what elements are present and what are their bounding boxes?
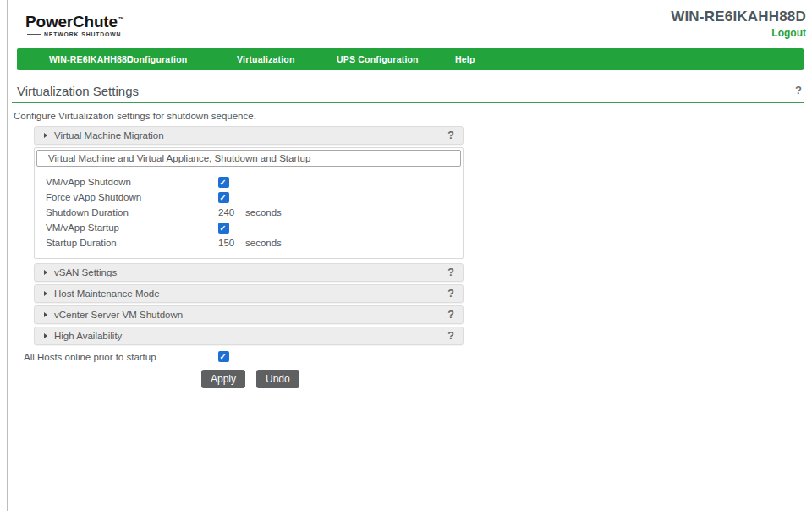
accordion-label: Virtual Machine Migration <box>54 130 164 140</box>
all-hosts-label: All Hosts online prior to startup <box>24 352 218 362</box>
all-hosts-row: All Hosts online prior to startup <box>24 351 804 362</box>
settings-panels: Virtual Machine Migration ? Virtual Mach… <box>34 126 464 345</box>
panel-rows: VM/vApp Shutdown Force vApp Shutdown Shu… <box>35 168 463 258</box>
vm-shutdown-startup-panel: Virtual Machine and Virtual Appliance, S… <box>34 147 464 259</box>
hostname-label: WIN-RE6IKAHH88D <box>671 8 806 25</box>
setting-row-vm-vapp-startup: VM/vApp Startup <box>46 220 452 235</box>
startup-duration-value[interactable]: 150 <box>218 238 237 248</box>
brand-name-text: PowerChute <box>25 13 118 30</box>
nav-item-hostname[interactable]: WIN-RE6IKAHH88D <box>49 48 134 70</box>
expand-arrow-icon <box>44 133 47 138</box>
force-vapp-shutdown-checkbox[interactable] <box>218 192 229 203</box>
title-divider <box>12 102 804 103</box>
main-nav-bar: WIN-RE6IKAHH88D Configuration Virtualiza… <box>17 48 804 70</box>
accordion-vsan-settings[interactable]: vSAN Settings ? <box>34 263 464 282</box>
setting-label: VM/vApp Shutdown <box>46 177 218 187</box>
setting-label: Shutdown Duration <box>46 207 218 217</box>
expand-arrow-icon <box>44 291 47 296</box>
startup-duration-unit: seconds <box>245 238 282 248</box>
accordion-host-maintenance-mode[interactable]: Host Maintenance Mode ? <box>34 284 464 303</box>
help-icon[interactable]: ? <box>447 288 454 299</box>
logout-link[interactable]: Logout <box>771 27 806 40</box>
help-icon[interactable]: ? <box>447 266 454 278</box>
undo-button[interactable]: Undo <box>256 370 299 388</box>
page-description: Configure Virtualization settings for sh… <box>14 111 804 121</box>
setting-row-startup-duration: Startup Duration 150 seconds <box>46 235 452 250</box>
tagline-dash <box>27 34 41 35</box>
help-icon[interactable]: ? <box>447 309 454 321</box>
page-help-icon[interactable]: ? <box>795 84 804 96</box>
vm-vapp-shutdown-checkbox[interactable] <box>218 177 229 188</box>
setting-row-shutdown-duration: Shutdown Duration 240 seconds <box>46 205 452 220</box>
setting-label: Force vApp Shutdown <box>46 192 218 202</box>
powerchute-logo: PowerChute™ NETWORK SHUTDOWN <box>25 11 124 37</box>
shutdown-duration-value[interactable]: 240 <box>218 207 237 217</box>
accordion-label: vCenter Server VM Shutdown <box>54 310 183 320</box>
powerchute-app-window: PowerChute™ NETWORK SHUTDOWN WIN-RE6IKAH… <box>0 0 812 511</box>
nav-item-virtualization[interactable]: Virtualization <box>237 48 295 70</box>
panel-header: Virtual Machine and Virtual Appliance, S… <box>36 150 461 167</box>
all-hosts-checkbox[interactable] <box>218 351 229 362</box>
accordion-vcenter-server-vm-shutdown[interactable]: vCenter Server VM Shutdown ? <box>34 305 464 324</box>
help-icon[interactable]: ? <box>447 330 454 342</box>
tagline-text: NETWORK SHUTDOWN <box>44 31 121 37</box>
nav-item-help[interactable]: Help <box>455 48 475 70</box>
vm-vapp-startup-checkbox[interactable] <box>218 223 229 234</box>
page-content: Virtualization Settings ? Configure Virt… <box>17 84 804 388</box>
nav-item-configuration[interactable]: Configuration <box>127 48 187 70</box>
expand-arrow-icon <box>44 270 47 275</box>
help-icon[interactable]: ? <box>447 129 454 141</box>
nav-item-ups-configuration[interactable]: UPS Configuration <box>337 48 419 70</box>
setting-row-vm-vapp-shutdown: VM/vApp Shutdown <box>46 174 452 190</box>
apply-button[interactable]: Apply <box>201 370 245 388</box>
setting-row-force-vapp-shutdown: Force vApp Shutdown <box>46 190 452 205</box>
expand-arrow-icon <box>44 312 47 317</box>
brand-name: PowerChute™ <box>25 11 124 30</box>
setting-label: Startup Duration <box>46 238 218 248</box>
shutdown-duration-unit: seconds <box>245 207 282 217</box>
trademark-symbol: ™ <box>118 16 124 22</box>
page-title: Virtualization Settings <box>17 84 139 98</box>
page-title-row: Virtualization Settings ? <box>17 84 804 98</box>
accordion-label: vSAN Settings <box>54 267 117 277</box>
accordion-label: High Availability <box>54 331 122 341</box>
setting-label: VM/vApp Startup <box>46 223 218 233</box>
action-buttons: Apply Undo <box>201 370 804 388</box>
accordion-label: Host Maintenance Mode <box>54 288 160 299</box>
accordion-vm-migration[interactable]: Virtual Machine Migration ? <box>34 126 464 145</box>
brand-tagline: NETWORK SHUTDOWN <box>27 31 124 37</box>
expand-arrow-icon <box>44 333 47 338</box>
session-info: WIN-RE6IKAHH88D Logout <box>671 8 806 40</box>
accordion-high-availability[interactable]: High Availability ? <box>34 327 464 345</box>
window-left-border <box>7 0 8 511</box>
